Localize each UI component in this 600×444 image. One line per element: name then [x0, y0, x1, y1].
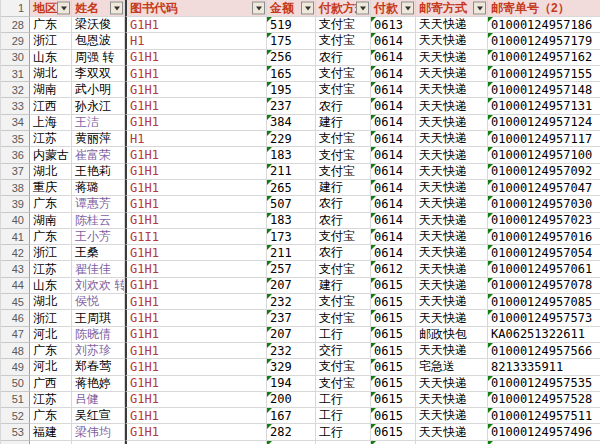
cell-name[interactable]: 刘苏珍	[72, 343, 125, 359]
cell-tracking-number[interactable]: 01000124957085	[488, 294, 600, 310]
cell-amount[interactable]: 183	[267, 213, 316, 229]
cell-payment-method[interactable]: 农行	[316, 213, 371, 229]
cell-book-code[interactable]: G1H1	[125, 294, 267, 310]
cell-shipping-method[interactable]: 天天快递	[416, 98, 488, 114]
cell-region[interactable]: 广东	[30, 229, 72, 245]
cell-payment-date[interactable]: 0612	[371, 261, 416, 277]
cell-payment-method[interactable]: 支付宝	[316, 82, 371, 98]
cell-payment-method[interactable]: 支付宝	[316, 359, 371, 375]
filter-dropdown-icon[interactable]	[57, 2, 70, 15]
row-number[interactable]: 49	[1, 359, 30, 375]
row-number[interactable]: 31	[1, 66, 30, 82]
cell-shipping-method[interactable]: 天天快递	[416, 82, 488, 98]
cell-payment-method[interactable]: 建行	[316, 180, 371, 196]
cell-region[interactable]: 广东	[30, 343, 72, 359]
cell-shipping-method[interactable]: 邮政快包	[416, 327, 488, 343]
cell-book-code[interactable]: G1H1	[125, 392, 267, 408]
row-number[interactable]: 46	[1, 310, 30, 326]
cell-name[interactable]: 包恩波	[72, 33, 125, 49]
cell-book-code[interactable]: G1H1	[125, 82, 267, 98]
cell-amount[interactable]: 232	[267, 294, 316, 310]
cell-payment-date[interactable]: 0615	[371, 424, 416, 440]
cell-region[interactable]: 湖北	[30, 66, 72, 82]
cell-amount[interactable]: 329	[267, 359, 316, 375]
cell-shipping-method[interactable]: 天天快递	[416, 294, 488, 310]
cell-payment-date[interactable]: 0614	[371, 147, 416, 163]
cell-book-code[interactable]: G1I1	[125, 229, 267, 245]
cell-name[interactable]: 蒋艳婷	[72, 376, 125, 392]
row-number[interactable]: 38	[1, 180, 30, 196]
cell-payment-date[interactable]: 0614	[371, 115, 416, 131]
cell-shipping-method[interactable]: 天天快递	[416, 196, 488, 212]
cell-shipping-method[interactable]: 天天快递	[416, 278, 488, 294]
cell-region[interactable]: 山东	[30, 50, 72, 66]
filter-dropdown-icon[interactable]	[252, 2, 265, 15]
cell-payment-date[interactable]: 0615	[371, 294, 416, 310]
cell-book-code[interactable]: G1H1	[125, 17, 267, 33]
cell-tracking-number[interactable]: 01000124957078	[488, 278, 600, 294]
cell-tracking-number[interactable]: 01000124957131	[488, 98, 600, 114]
cell-book-code[interactable]: G1H1	[125, 376, 267, 392]
cell-tracking-number[interactable]: 01000124957148	[488, 82, 600, 98]
column-header-region[interactable]: 地区	[30, 0, 72, 17]
cell-payment-date[interactable]: 0615	[371, 408, 416, 424]
cell-book-code[interactable]: G1H1	[125, 164, 267, 180]
cell-payment-date[interactable]: 0614	[371, 229, 416, 245]
cell-payment-date[interactable]: 0614	[371, 66, 416, 82]
cell-region[interactable]: 湖南	[30, 82, 72, 98]
cell-name[interactable]: 周强 转	[72, 50, 125, 66]
cell-payment-date[interactable]: 0614	[371, 164, 416, 180]
cell-book-code[interactable]: G1H1	[125, 327, 267, 343]
filter-dropdown-icon[interactable]	[401, 2, 414, 15]
cell-region[interactable]: 河北	[30, 359, 72, 375]
cell-name[interactable]: 王周琪	[72, 310, 125, 326]
cell-name[interactable]: 李双双	[72, 66, 125, 82]
cell-shipping-method[interactable]: 天天快递	[416, 147, 488, 163]
cell-region[interactable]: 上海	[30, 115, 72, 131]
cell-payment-method[interactable]: 支付宝	[316, 33, 371, 49]
cell-tracking-number[interactable]: 01000124957016	[488, 229, 600, 245]
cell-tracking-number[interactable]: 01000124957124	[488, 115, 600, 131]
row-number[interactable]: 28	[1, 17, 30, 33]
cell-payment-method[interactable]: 支付宝	[316, 310, 371, 326]
cell-book-code[interactable]: G1H1	[125, 408, 267, 424]
cell-region[interactable]: 浙江	[30, 245, 72, 261]
cell-tracking-number[interactable]: 01000124957061	[488, 261, 600, 277]
column-header-payment-date[interactable]: 付款	[371, 0, 416, 17]
cell-tracking-number[interactable]: 01000124957186	[488, 17, 600, 33]
cell-book-code[interactable]: G1H1	[125, 180, 267, 196]
cell-shipping-method[interactable]: 天天快递	[416, 180, 488, 196]
cell-amount[interactable]: 183	[267, 147, 316, 163]
column-header-payment-method[interactable]: 付款方式	[316, 0, 371, 17]
cell-book-code[interactable]: G1H1	[125, 245, 267, 261]
cell-region[interactable]: 浙江	[30, 310, 72, 326]
cell-amount[interactable]: 211	[267, 164, 316, 180]
column-header-shipping-method[interactable]: 邮寄方式	[416, 0, 488, 17]
cell-amount[interactable]: 200	[267, 392, 316, 408]
cell-book-code[interactable]: G1H1	[125, 98, 267, 114]
row-number[interactable]: 48	[1, 343, 30, 359]
cell-payment-method[interactable]: 支付宝	[316, 261, 371, 277]
cell-payment-date[interactable]: 0614	[371, 196, 416, 212]
cell-name[interactable]: 吕健	[72, 392, 125, 408]
cell-shipping-method[interactable]: 天天快递	[416, 376, 488, 392]
cell-book-code[interactable]: H1	[125, 33, 267, 49]
cell-payment-method[interactable]: 支付宝	[316, 164, 371, 180]
row-number[interactable]: 37	[1, 164, 30, 180]
cell-amount[interactable]: 384	[267, 115, 316, 131]
cell-payment-date[interactable]: 0615	[371, 392, 416, 408]
cell-payment-method[interactable]: 建行	[316, 278, 371, 294]
column-header-tracking-number[interactable]: 邮寄单号（2）	[488, 0, 600, 17]
cell-shipping-method[interactable]: 天天快递	[416, 229, 488, 245]
row-number[interactable]: 1	[1, 0, 30, 17]
cell-name[interactable]: 王小芳	[72, 229, 125, 245]
cell-book-code[interactable]: G1H1	[125, 310, 267, 326]
cell-name[interactable]: 王洁	[72, 115, 125, 131]
cell-payment-date[interactable]: 0614	[371, 213, 416, 229]
cell-amount[interactable]: 207	[267, 278, 316, 294]
cell-payment-method[interactable]: 支付宝	[316, 147, 371, 163]
cell-book-code[interactable]: G1H1	[125, 424, 267, 440]
row-number[interactable]: 34	[1, 115, 30, 131]
cell-payment-date[interactable]: 0615	[371, 343, 416, 359]
cell-payment-method[interactable]: 农行	[316, 196, 371, 212]
